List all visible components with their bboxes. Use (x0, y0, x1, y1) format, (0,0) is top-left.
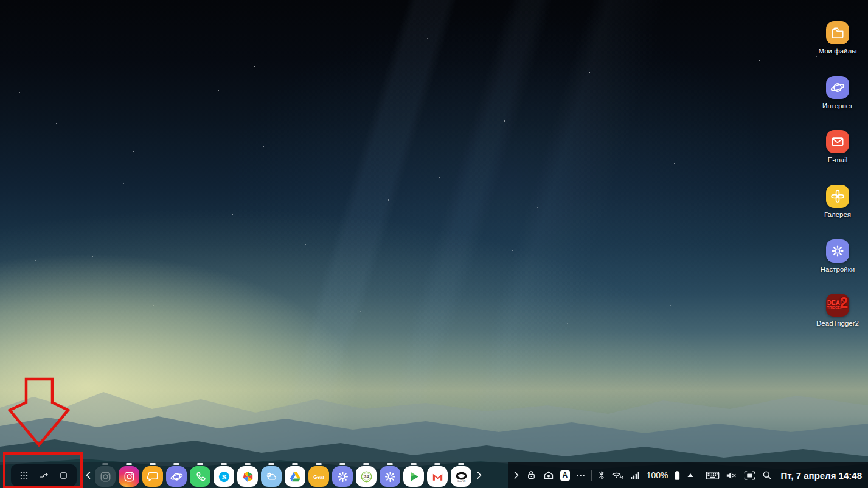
internet-icon (826, 76, 849, 99)
gallery-icon (826, 185, 849, 208)
taskbar: SGear24Gear VR A 100% Пт, 7 апреля 14:48 (0, 462, 868, 488)
taskbar-app-internet-browser[interactable] (166, 462, 187, 488)
dead-trigger-2-icon: DEADTRIGGER2 (826, 294, 849, 317)
running-indicator (434, 463, 440, 465)
keyboard-icon[interactable] (706, 470, 720, 481)
gear-vr-icon: Gear VR (451, 466, 471, 487)
apps-button[interactable] (18, 469, 31, 482)
svg-text:24: 24 (364, 475, 369, 479)
internet-browser-icon (166, 466, 187, 487)
tray-expand-icon[interactable] (513, 470, 520, 480)
taskbar-scroll-left-icon[interactable] (83, 462, 94, 488)
instagram-icon (119, 466, 139, 487)
taskbar-app-ghost-app[interactable] (95, 462, 116, 488)
taskbar-app-google-drive[interactable] (285, 462, 305, 488)
taskbar-app-skype[interactable]: S (214, 462, 234, 488)
svg-text:Gear VR: Gear VR (457, 479, 465, 482)
cellular-signal-icon[interactable] (630, 470, 640, 481)
taskbar-app-gear-vr[interactable]: Gear VR (451, 462, 471, 488)
my-files-icon (826, 21, 849, 44)
desktop-icon-label: Мои файлы (819, 47, 857, 55)
more-options-icon[interactable] (575, 470, 586, 481)
desktop-icon-label: Интернет (822, 102, 853, 110)
volume-muted-icon[interactable] (725, 470, 738, 481)
phone-icon (190, 466, 210, 487)
navigation-buttons (11, 464, 77, 486)
taskbar-app-gmail[interactable] (427, 462, 448, 488)
keyboard-language-indicator[interactable]: A (560, 470, 570, 481)
svg-text:S: S (221, 473, 226, 480)
running-indicator (387, 463, 393, 465)
skype-icon: S (214, 466, 234, 487)
battery-percentage: 100% (647, 470, 668, 480)
taskbar-app-play-puzzle[interactable] (237, 462, 258, 488)
gmail-icon (427, 466, 448, 487)
desktop-icon-settings[interactable]: Настройки (821, 239, 855, 273)
taskbar-app-app-24[interactable]: 24 (356, 462, 377, 488)
taskbar-app-phone[interactable] (190, 462, 210, 488)
running-indicator (102, 463, 108, 465)
search-icon[interactable] (762, 470, 773, 481)
taskbar-app-weather[interactable] (261, 462, 282, 488)
running-indicator (150, 463, 156, 465)
running-indicator (292, 463, 298, 465)
battery-icon[interactable] (673, 470, 681, 481)
desktop-icon-email[interactable]: E-mail (826, 130, 849, 164)
taskbar-app-settings[interactable] (332, 462, 353, 488)
taskbar-app-samsung-gear[interactable]: Gear (308, 462, 329, 488)
screen-capture-icon[interactable] (743, 470, 756, 481)
desktop-icon-label: DeadTrigger2 (816, 320, 859, 328)
ghost-app-icon (95, 466, 116, 487)
lock-open-icon[interactable] (526, 470, 537, 481)
email-icon (826, 130, 849, 153)
running-indicator (245, 463, 251, 465)
samsung-gear-icon: Gear (308, 466, 329, 487)
clock-date[interactable]: Пт, 7 апреля 14:48 (780, 470, 862, 481)
tray-divider (700, 470, 700, 481)
settings-icon (826, 239, 849, 263)
desktop-icon-internet[interactable]: Интернет (822, 76, 853, 110)
weather-icon (261, 466, 282, 487)
running-indicator (268, 463, 274, 465)
samsung-dex-desktop: Мои файлыИнтернетE-mailГалереяНастройкиD… (0, 0, 868, 488)
home-icon[interactable] (543, 470, 555, 481)
desktop-icon-gallery[interactable]: Галерея (824, 185, 851, 219)
back-button[interactable] (37, 469, 50, 482)
desktop-icon-label: E-mail (828, 156, 848, 164)
recents-button[interactable] (57, 469, 71, 482)
wifi-icon[interactable] (611, 470, 624, 481)
taskbar-app-settings-2[interactable] (380, 462, 400, 488)
svg-text:Gear: Gear (313, 474, 325, 479)
taskbar-scroll-right-icon[interactable] (474, 462, 485, 488)
running-indicator (411, 463, 417, 465)
google-play-games-icon (403, 466, 424, 487)
desktop-icon-label: Настройки (821, 266, 855, 273)
taskbar-app-google-play-games[interactable] (403, 462, 424, 488)
running-indicator (221, 463, 227, 465)
running-indicator (339, 463, 345, 465)
settings-2-icon (380, 466, 400, 487)
app-24-icon: 24 (356, 466, 377, 487)
desktop-icon-label: Галерея (824, 211, 851, 219)
running-indicator (316, 463, 322, 465)
desktop-icon-dead-trigger-2[interactable]: DEADTRIGGER2DeadTrigger2 (816, 294, 859, 328)
system-tray: A 100% Пт, 7 апреля 14:48 (508, 462, 868, 488)
running-indicator (173, 463, 179, 465)
expand-up-icon[interactable] (687, 472, 694, 478)
play-puzzle-icon (237, 466, 258, 487)
taskbar-app-messages[interactable] (142, 462, 163, 488)
google-drive-icon (285, 466, 305, 487)
taskbar-app-row: SGear24Gear VR (95, 462, 471, 488)
messages-icon (142, 466, 163, 487)
taskbar-app-instagram[interactable] (119, 462, 139, 488)
running-indicator (126, 463, 132, 465)
settings-icon (332, 466, 353, 487)
running-indicator (197, 463, 203, 465)
tray-divider (591, 470, 592, 481)
running-indicator (363, 463, 369, 465)
bluetooth-icon[interactable] (597, 470, 606, 481)
desktop-icon-my-files[interactable]: Мои файлы (819, 21, 857, 55)
desktop-shortcuts: Мои файлыИнтернетE-mailГалереяНастройкиD… (810, 21, 866, 328)
running-indicator (458, 463, 464, 465)
